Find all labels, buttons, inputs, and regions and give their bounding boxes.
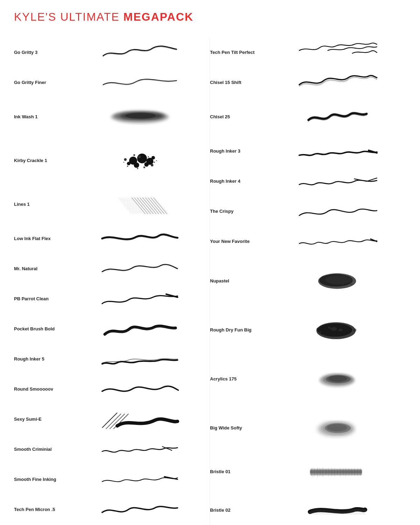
brush-preview (70, 192, 210, 217)
brush-preview (266, 498, 406, 523)
svg-point-88 (328, 376, 347, 382)
brush-preview (266, 416, 406, 440)
brush-name: Smooth Fine Inking (14, 477, 70, 483)
brush-item: Acrylics 175 (210, 355, 406, 404)
svg-point-3 (125, 113, 156, 119)
svg-point-22 (123, 162, 124, 163)
brush-name: Tech Pen Micron .5 (14, 507, 70, 513)
brush-preview (70, 70, 210, 95)
svg-point-79 (352, 326, 354, 328)
brush-name: Smooth Criminial (14, 447, 70, 453)
brush-name: Kirby Crackle 1 (14, 158, 70, 164)
svg-point-81 (349, 333, 350, 335)
svg-point-14 (133, 154, 135, 156)
brush-name: Chisel 25 (210, 114, 266, 120)
svg-rect-128 (310, 470, 362, 474)
svg-point-11 (124, 158, 127, 161)
svg-point-78 (319, 331, 321, 333)
brush-name: Go Gritty 3 (14, 50, 70, 56)
brush-item: Smooth Criminial (14, 434, 210, 464)
brushes-grid: Go Gritty 3 Go Gritty Finer Ink Wash 1 (14, 37, 406, 525)
brush-item: Low Ink Flat Flex (14, 224, 210, 254)
brush-preview (266, 199, 406, 224)
brush-item: Tech Pen Tilt Perfect (210, 37, 406, 68)
brush-preview (70, 377, 210, 401)
brush-name: Tech Pen Tilt Perfect (210, 50, 266, 56)
brush-name: Rough Inker 4 (210, 178, 266, 184)
brush-name: Go Gritty Finer (14, 80, 70, 86)
svg-point-68 (322, 276, 323, 277)
brush-item: Rough Inker 5 (14, 344, 210, 374)
brush-item: Your New Favorite (210, 226, 406, 257)
svg-point-7 (134, 162, 139, 168)
brush-item: PB Parrot Clean (14, 284, 210, 314)
brush-preview (70, 467, 210, 492)
brush-name: Lines 1 (14, 202, 70, 208)
svg-point-13 (151, 164, 154, 167)
brush-item: Sexy Sumi-E (14, 404, 210, 434)
brush-preview (70, 347, 210, 371)
brush-name: Low Ink Flat Flex (14, 236, 70, 242)
brush-item: Bristle 02 (210, 491, 406, 525)
brush-preview (70, 317, 210, 341)
brush-preview (266, 269, 406, 293)
svg-point-16 (154, 162, 155, 163)
brush-preview (266, 70, 406, 95)
brush-name: Sexy Sumi-E (14, 416, 70, 422)
page-title: KYLE'S ULTIMATE MEGAPACK (14, 10, 406, 23)
brush-item: Ink Wash 1 (14, 98, 210, 136)
brush-name: PB Parrot Clean (14, 296, 70, 302)
brush-preview (70, 257, 210, 281)
svg-point-70 (348, 277, 349, 278)
brush-name: Bristle 01 (210, 469, 266, 475)
brush-preview (70, 437, 210, 462)
brush-name: Round Smooooov (14, 386, 70, 392)
svg-point-19 (130, 157, 131, 158)
svg-point-8 (144, 162, 149, 167)
brush-name: Nupastel (210, 278, 266, 284)
brush-name: Acrylics 175 (210, 376, 266, 382)
brush-preview (70, 407, 210, 432)
brush-item: Mr. Natural (14, 254, 210, 284)
brush-preview (70, 105, 210, 129)
svg-point-76 (316, 328, 320, 331)
brush-item: Bristle 01 (210, 453, 406, 491)
brush-name: Pocket Brush Bold (14, 326, 70, 332)
brush-item: Pocket Brush Bold (14, 314, 210, 344)
brush-name: Mr. Natural (14, 266, 70, 272)
brush-name: Rough Dry Fun Big (210, 327, 266, 333)
brush-name: Ink Wash 1 (14, 114, 70, 120)
brush-name: Rough Inker 5 (14, 356, 70, 362)
brush-item: Smooth Fine Inking (14, 464, 210, 495)
brush-item: Big Wide Softy (210, 404, 406, 453)
svg-point-83 (338, 329, 343, 331)
brush-preview (266, 139, 406, 163)
svg-point-77 (354, 329, 357, 332)
svg-point-92 (327, 424, 347, 432)
brush-item: Chisel 15 Shift (210, 68, 406, 98)
svg-point-12 (138, 155, 141, 158)
brush-item: Go Gritty 3 (14, 37, 210, 68)
svg-point-15 (144, 167, 145, 168)
brush-item: Rough Dry Fun Big (210, 306, 406, 355)
brush-item: Nupastel (210, 257, 406, 306)
svg-point-80 (324, 334, 326, 336)
brush-preview (266, 105, 406, 129)
svg-point-66 (325, 275, 352, 284)
svg-point-17 (127, 166, 128, 167)
svg-point-69 (351, 284, 352, 285)
brush-preview (70, 287, 210, 311)
brush-preview (70, 148, 210, 173)
brush-item: Chisel 25 (210, 98, 406, 136)
brush-preview (266, 460, 406, 484)
svg-point-84 (328, 327, 330, 329)
right-column: Tech Pen Tilt Perfect Chisel 15 Shift (210, 37, 406, 525)
brush-item: Lines 1 (14, 185, 210, 224)
brush-item: The Crispy (210, 196, 406, 226)
brush-item: Rough Inker 3 (210, 136, 406, 166)
brush-name: Bristle 02 (210, 507, 266, 513)
svg-point-9 (127, 162, 131, 165)
brush-preview (266, 318, 406, 342)
svg-point-10 (152, 156, 155, 160)
brush-preview (70, 497, 210, 522)
